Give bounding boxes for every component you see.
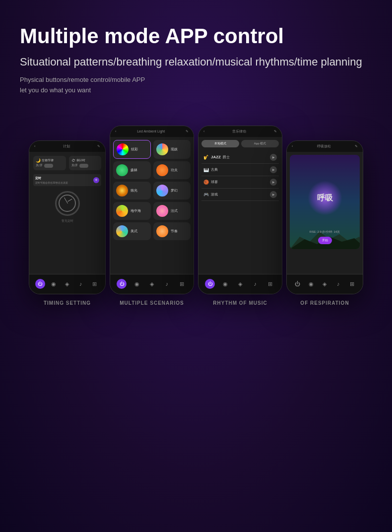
timing-title: 定时 (35, 176, 68, 181)
dot-icon-p2[interactable]: ◉ (132, 279, 142, 289)
senlin-ball (116, 164, 128, 176)
xuancai-label: 炫彩 (131, 147, 138, 152)
phones-captions: TIMING SETTING MULTIPLE SCENARIOS RHYTHM… (20, 300, 372, 306)
toggle2-label: 关/开 (71, 164, 78, 167)
phones-container: ‹ 计划 ✎ 🌙 生物节律 关/开 (20, 126, 372, 294)
leaf-icon-p1[interactable]: ◈ (62, 279, 72, 289)
play-sports[interactable]: ▶ (270, 179, 277, 186)
clock-hand-hour (67, 199, 72, 202)
scenario-menghuan[interactable]: 梦幻 (153, 182, 191, 200)
play-jazz[interactable]: ▶ (270, 154, 277, 161)
music-icon-p3[interactable]: ♪ (250, 279, 260, 289)
countdown-toggle[interactable]: 关/开 (71, 164, 99, 168)
play-classical[interactable]: ▶ (270, 166, 277, 173)
phone1-bottom: ⏻ ◉ ◈ ♪ ⊞ (29, 274, 105, 294)
music-icon-p1[interactable]: ♪ (76, 279, 86, 289)
phone-timing: ‹ 计划 ✎ 🌙 生物节律 关/开 (29, 140, 106, 294)
scenario-meishi[interactable]: 美式 (113, 222, 151, 240)
phone-scenarios: ‹ Led Ambient Light ✎ 炫彩 现娱 (110, 126, 194, 294)
tab-app[interactable]: App 模式 (241, 140, 279, 147)
scenario-xianyu[interactable]: 现娱 (153, 140, 191, 159)
grid-icon-p3[interactable]: ⊞ (265, 279, 275, 289)
classical-genre: 🎹 古典 (203, 167, 218, 172)
genre-sports[interactable]: 🏀 球赛 ▶ (201, 176, 279, 189)
power-icon-p4[interactable]: ⏻ (293, 279, 303, 289)
phone-breathing: ‹ 呼吸放松 ✎ 呼吸 RSE: 2.9 步/分钟: 1 (286, 140, 363, 294)
scenario-gongfu[interactable]: 功夫 (153, 161, 191, 179)
music-tabs: 本地模式 App 模式 (201, 140, 279, 147)
description-line2: let you do what you want (20, 85, 372, 96)
scenario-xuancai[interactable]: 炫彩 (113, 140, 151, 159)
jazz-label: 爵士 (223, 155, 230, 160)
genre-classical[interactable]: 🎹 古典 ▶ (201, 164, 279, 176)
back-icon-p3[interactable]: ‹ (203, 130, 204, 133)
genre-gaming[interactable]: 🎮 游戏 ▶ (201, 189, 279, 201)
phone2-header: ‹ Led Ambient Light ✎ (110, 126, 194, 137)
edit-icon-p3[interactable]: ✎ (274, 130, 277, 133)
jazz-genre: 🎷 JAZZ 爵士 (203, 155, 230, 160)
timer-item-countdown: ⏱ 倒计时 关/开 (69, 156, 102, 170)
gaming-label: 游戏 (211, 192, 218, 197)
music-icon-p4[interactable]: ♪ (333, 279, 343, 289)
fashi-label: 法式 (171, 208, 178, 213)
toggle-switch-countdown[interactable] (79, 164, 88, 168)
dot-icon-p4[interactable]: ◉ (306, 279, 316, 289)
breathe-label: 呼吸 (317, 193, 333, 203)
scenario-zhuguan[interactable]: 烛光 (113, 182, 151, 200)
grid-icon-p1[interactable]: ⊞ (89, 279, 99, 289)
sports-label: 球赛 (211, 180, 218, 185)
timing-desc: 定时可能会存在30秒左右误差 (35, 181, 68, 184)
phone3-header: ‹ 音乐律动 ✎ (198, 126, 282, 137)
leaf-icon-p4[interactable]: ◈ (320, 279, 329, 289)
grid-icon-p2[interactable]: ⊞ (177, 279, 187, 289)
clock-inner (59, 195, 76, 212)
clock-area: 暂无定时 (33, 191, 101, 223)
bio-toggle[interactable]: 关/开 (36, 164, 64, 168)
classical-label: 古典 (211, 167, 218, 172)
scenario-fashi[interactable]: 法式 (153, 202, 191, 220)
scenario-jiezou[interactable]: 节奏 (153, 222, 191, 240)
dot-icon-p1[interactable]: ◉ (49, 279, 59, 289)
jiezou-label: 节奏 (171, 229, 178, 234)
power-icon-p2[interactable]: ⏻ (117, 279, 127, 289)
power-icon-p1[interactable]: ⏻ (35, 279, 45, 289)
timer-item-bio: 🌙 生物节律 关/开 (33, 156, 66, 170)
tab-local[interactable]: 本地模式 (201, 140, 239, 147)
description: Physical buttons/remote control/mobile A… (20, 75, 372, 96)
scenario-dizhonghai[interactable]: 地中海 (113, 202, 151, 220)
fashi-ball (156, 205, 168, 217)
jazz-icon: 🎷 (203, 155, 209, 160)
edit-icon-p4[interactable]: ✎ (355, 144, 358, 148)
phone4-header: ‹ 呼吸放松 ✎ (287, 141, 363, 152)
breathe-start-button[interactable]: 开始 (318, 237, 332, 244)
caption-music: RHYTHM OF MUSIC (198, 300, 282, 306)
gaming-genre: 🎮 游戏 (203, 192, 218, 197)
play-gaming[interactable]: ▶ (270, 191, 277, 198)
caption-scenarios: MULTIPLE SCENARIOS (110, 300, 194, 306)
edit-icon[interactable]: ✎ (97, 144, 100, 148)
phone2-title: Led Ambient Light (137, 130, 165, 133)
sports-genre: 🏀 球赛 (203, 180, 218, 185)
add-timing-button[interactable]: + (93, 177, 99, 183)
phone3-screen: 本地模式 App 模式 🎷 JAZZ 爵士 ▶ 🎹 (198, 137, 282, 274)
meishi-ball (116, 225, 128, 237)
phone4-bottom: ⏻ ◉ ◈ ♪ ⊞ (287, 274, 363, 294)
phone3-title: 音乐律动 (232, 129, 246, 134)
scenario-senlin[interactable]: 森林 (113, 161, 151, 179)
back-icon-p4[interactable]: ‹ (292, 144, 293, 148)
grid-icon-p4[interactable]: ⊞ (347, 279, 357, 289)
power-icon-p3[interactable]: ⏻ (205, 279, 215, 289)
bio-label: 生物节律 (42, 158, 54, 163)
dot-icon-p3[interactable]: ◉ (220, 279, 230, 289)
jazz-abbr: JAZZ (211, 155, 221, 159)
phone3-bottom: ⏻ ◉ ◈ ♪ ⊞ (198, 274, 282, 294)
leaf-icon-p3[interactable]: ◈ (235, 279, 245, 289)
phone2-bottom: ⏻ ◉ ◈ ♪ ⊞ (110, 274, 194, 294)
back-icon-p2[interactable]: ‹ (115, 130, 116, 133)
edit-icon-p2[interactable]: ✎ (186, 130, 189, 133)
leaf-icon-p2[interactable]: ◈ (147, 279, 157, 289)
back-icon[interactable]: ‹ (34, 144, 35, 148)
toggle-switch-bio[interactable] (44, 164, 53, 168)
genre-jazz[interactable]: 🎷 JAZZ 爵士 ▶ (201, 151, 279, 164)
music-icon-p2[interactable]: ♪ (162, 279, 172, 289)
